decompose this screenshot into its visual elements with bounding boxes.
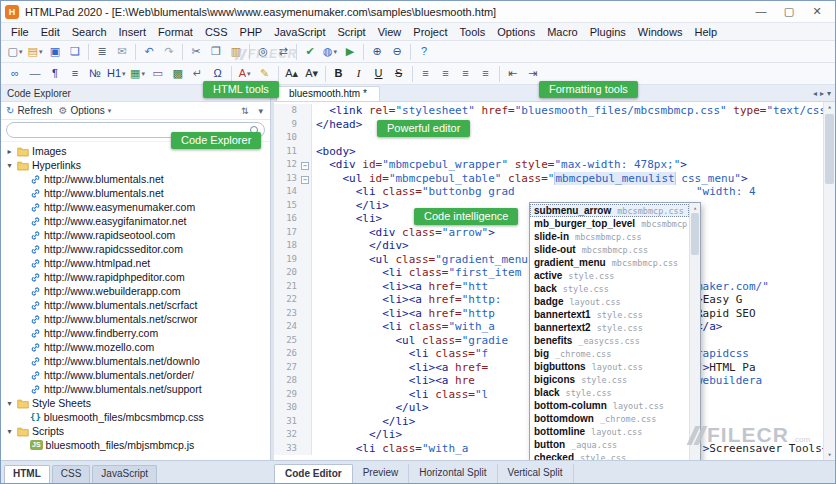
menu-macro[interactable]: Macro xyxy=(541,25,584,39)
autocomplete-item-bannertext1[interactable]: bannertext1style.css xyxy=(530,308,689,321)
menu-format[interactable]: Format xyxy=(152,25,199,39)
panel-menu-button[interactable]: ▾ xyxy=(256,106,265,116)
menu-project[interactable]: Project xyxy=(407,25,453,39)
redo-button[interactable]: ↷ xyxy=(159,43,179,61)
view-tab-vertical-split[interactable]: Vertical Split xyxy=(498,464,574,483)
menu-css[interactable]: CSS xyxy=(199,25,234,39)
tab-bluesmooth-htm[interactable]: bluesmooth.htm * xyxy=(276,86,380,101)
autocomplete-item-button[interactable]: button_aqua.css xyxy=(530,438,689,451)
insert-link-button[interactable]: ∞ xyxy=(5,65,25,83)
menu-view[interactable]: View xyxy=(372,25,408,39)
tab-list-button[interactable]: ▾ xyxy=(827,89,831,98)
numbered-list-button[interactable]: № xyxy=(85,65,105,83)
open-file-button[interactable]: ▤▾ xyxy=(25,43,45,61)
code-text[interactable]: <ul id="mbmcpebul_table" class="mbmcpebu… xyxy=(312,172,835,186)
refresh-button[interactable]: ↻ Refresh xyxy=(6,105,52,116)
heading-1-button[interactable]: H1▾ xyxy=(105,65,128,83)
increase-font-button[interactable]: A▴ xyxy=(282,65,302,83)
spell-check-button[interactable]: ✔ xyxy=(300,43,320,61)
autocomplete-item-back[interactable]: backstyle.css xyxy=(530,282,689,295)
outdent-button[interactable]: ⇤ xyxy=(503,65,523,83)
zoom-out-button[interactable]: ⊖ xyxy=(387,43,407,61)
tree-item-scripts[interactable]: ▾Scripts xyxy=(1,424,270,438)
menu-edit[interactable]: Edit xyxy=(35,25,66,39)
autocomplete-item-bigicons[interactable]: bigiconsstyle.css xyxy=(530,373,689,386)
italic-button[interactable]: I xyxy=(349,65,369,83)
scroll-down-icon[interactable]: ▾ xyxy=(824,451,835,459)
highlight-button[interactable]: ✎ xyxy=(255,65,275,83)
menu-script[interactable]: Script xyxy=(332,25,372,39)
menu-windows[interactable]: Windows xyxy=(632,25,689,39)
justify-button[interactable]: ≡ xyxy=(476,65,496,83)
help-button[interactable]: ? xyxy=(414,43,434,61)
strikethrough-button[interactable]: S xyxy=(389,65,409,83)
code-text[interactable]: <link rel="stylesheet" href="bluesmooth_… xyxy=(312,104,835,118)
menu-php[interactable]: PHP xyxy=(234,25,269,39)
tree-expander-icon[interactable]: ▸ xyxy=(5,147,14,156)
line-break-button[interactable]: ↵ xyxy=(188,65,208,83)
autocomplete-scrollbar[interactable]: ▴ ▾ xyxy=(689,203,700,460)
code-text[interactable]: <div id="mbmcpebul_wrapper" style="max-w… xyxy=(312,158,835,172)
scroll-up-icon[interactable]: ▴ xyxy=(824,103,835,111)
minimize-button[interactable]: — xyxy=(747,5,775,18)
scroll-down-icon[interactable]: ▾ xyxy=(690,457,700,460)
tree-item-http-www-rapidphpeditor-com[interactable]: http://www.rapidphpeditor.com xyxy=(1,270,270,284)
bold-button[interactable]: B xyxy=(329,65,349,83)
tree-item-http-www-mozello-com[interactable]: http://www.mozello.com xyxy=(1,340,270,354)
autocomplete-item-bottomline[interactable]: bottomlinelayout.css xyxy=(530,425,689,438)
editor-scrollbar[interactable]: ▴ ▾ xyxy=(823,102,835,460)
menu-javascript[interactable]: JavaScript xyxy=(268,25,331,39)
doc-tab-css[interactable]: CSS xyxy=(52,465,91,483)
menu-tools[interactable]: Tools xyxy=(454,25,492,39)
tree-expander-icon[interactable]: ▾ xyxy=(5,399,14,408)
bullet-list-button[interactable]: ≡ xyxy=(65,65,85,83)
copy-button[interactable]: ❐ xyxy=(206,43,226,61)
special-character-button[interactable]: Ω xyxy=(208,65,228,83)
close-button[interactable]: ✕ xyxy=(803,5,831,18)
tree-item-http-www-blumentals-net-order[interactable]: http://www.blumentals.net/order/ xyxy=(1,368,270,382)
tree-item-http-www-blumentals-net-scrwor[interactable]: http://www.blumentals.net/scrwor xyxy=(1,312,270,326)
code-text[interactable]: <body> xyxy=(312,145,835,159)
run-preview-button[interactable]: ▶ xyxy=(340,43,360,61)
decrease-font-button[interactable]: A▾ xyxy=(302,65,322,83)
scrollbar-thumb[interactable] xyxy=(691,213,699,255)
code-text[interactable]: <li class="buttonbg grad"width: 4 xyxy=(312,185,835,199)
paragraph-button[interactable]: ¶ xyxy=(45,65,65,83)
insert-image-button[interactable]: ▩ xyxy=(168,65,188,83)
view-tab-code-editor[interactable]: Code Editor xyxy=(274,464,353,483)
print-button[interactable]: ≣ xyxy=(92,43,112,61)
tree-item-bluesmooth-files-mbcsmbmcp-css[interactable]: {}bluesmooth_files/mbcsmbmcp.css xyxy=(1,410,270,424)
menu-options[interactable]: Options xyxy=(491,25,541,39)
replace-button[interactable]: ⇄ xyxy=(273,43,293,61)
tree-expander-icon[interactable]: ▾ xyxy=(5,161,14,170)
autocomplete-item-bigbuttons[interactable]: bigbuttonslayout.css xyxy=(530,360,689,373)
fold-marker-icon[interactable]: − xyxy=(301,176,309,184)
save-all-button[interactable]: ❏ xyxy=(65,43,85,61)
tab-scroll-left-button[interactable]: ◂ xyxy=(813,89,817,98)
tab-scroll-right-button[interactable]: ▸ xyxy=(820,89,824,98)
autocomplete-item-checked[interactable]: checkedstyle.css xyxy=(530,451,689,460)
mail-button[interactable]: ✉ xyxy=(112,43,132,61)
scroll-up-icon[interactable]: ▴ xyxy=(690,204,700,211)
autocomplete-item-benefits[interactable]: benefits_easycss.css xyxy=(530,334,689,347)
tree-item-http-www-rapidseotool-com[interactable]: http://www.rapidseotool.com xyxy=(1,228,270,242)
autocomplete-item-black[interactable]: blackstyle.css xyxy=(530,386,689,399)
autocomplete-item-gradient-menu[interactable]: gradient_menumbcsmbmcp.css xyxy=(530,256,689,269)
fold-marker-icon[interactable]: − xyxy=(301,162,309,170)
browser-preview-button[interactable]: ◍▾ xyxy=(320,43,340,61)
tree-item-http-www-findberry-com[interactable]: http://www.findberry.com xyxy=(1,326,270,340)
tree-item-http-www-blumentals-net-scrfact[interactable]: http://www.blumentals.net/scrfact xyxy=(1,298,270,312)
autocomplete-item-bottomdown[interactable]: bottomdown_chrome.css xyxy=(530,412,689,425)
autocomplete-item-bannertext2[interactable]: bannertext2style.css xyxy=(530,321,689,334)
maximize-button[interactable]: ▢ xyxy=(775,5,803,18)
align-left-button[interactable]: ≡ xyxy=(416,65,436,83)
view-tab-horizontal-split[interactable]: Horizontal Split xyxy=(409,464,497,483)
autocomplete-item-mb-burger-top-level[interactable]: mb_burger_top_levelmbcsmbmcp.css xyxy=(530,217,689,230)
tree-item-http-www-blumentals-net-support[interactable]: http://www.blumentals.net/support xyxy=(1,382,270,396)
tree-item-http-www-blumentals-net[interactable]: http://www.blumentals.net xyxy=(1,172,270,186)
insert-div-button[interactable]: ▭ xyxy=(148,65,168,83)
scrollbar-thumb[interactable] xyxy=(825,114,834,184)
tree-item-http-www-blumentals-net-downlo[interactable]: http://www.blumentals.net/downlo xyxy=(1,354,270,368)
new-document-button[interactable]: ▢▾ xyxy=(5,43,25,61)
horizontal-rule-button[interactable]: — xyxy=(25,65,45,83)
